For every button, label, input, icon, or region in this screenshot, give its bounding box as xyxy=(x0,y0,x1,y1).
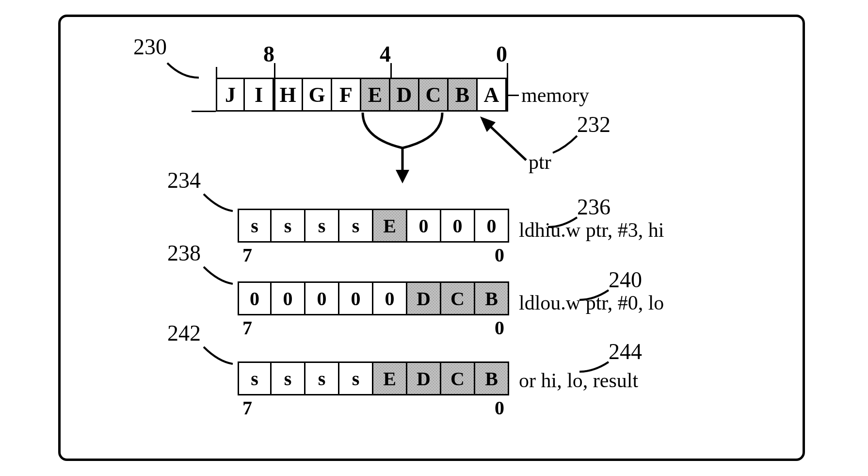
instr-lo: ldlou.w ptr, #0, lo xyxy=(519,291,664,314)
hi-cell-0: 0 xyxy=(475,209,509,243)
mem-cell-7: H xyxy=(274,78,303,112)
hi-cell-4: s xyxy=(339,209,373,243)
ref-244: 244 xyxy=(609,339,642,364)
hi-cell-6: s xyxy=(272,209,305,243)
mem-cell-9: J xyxy=(216,78,245,112)
res-cell-1: C xyxy=(441,361,475,395)
res-cell-7: s xyxy=(238,361,272,395)
lo-idx-left: 7 xyxy=(242,316,252,339)
mem-index-4: 4 xyxy=(380,41,391,67)
lo-cell-6: 0 xyxy=(272,281,305,315)
lo-idx-right: 0 xyxy=(495,316,504,339)
res-idx-left: 7 xyxy=(242,396,252,419)
mem-index-8: 8 xyxy=(263,41,274,67)
reg-lo-row: 0 0 0 0 0 D C B xyxy=(238,281,509,315)
hi-idx-right: 0 xyxy=(495,244,504,266)
lo-cell-1: C xyxy=(441,281,475,315)
hi-cell-5: s xyxy=(305,209,339,243)
ref-238: 238 xyxy=(167,240,201,266)
lo-cell-5: 0 xyxy=(305,281,339,315)
hi-cell-2: 0 xyxy=(407,209,441,243)
hi-cell-3: E xyxy=(373,209,407,243)
lo-cell-7: 0 xyxy=(238,281,272,315)
mem-cell-8: I xyxy=(245,78,274,112)
mem-cell-5: F xyxy=(332,78,361,112)
mem-cell-4: E xyxy=(361,78,390,112)
res-cell-5: s xyxy=(305,361,339,395)
lo-cell-2: D xyxy=(407,281,441,315)
res-idx-right: 0 xyxy=(495,396,504,419)
reg-res-row: s s s s E D C B xyxy=(238,361,509,395)
mem-cell-3: D xyxy=(390,78,419,112)
ref-234: 234 xyxy=(167,167,201,193)
hi-cell-7: s xyxy=(238,209,272,243)
instr-hi: ldhiu.w ptr, #3, hi xyxy=(519,218,664,242)
mem-cell-2: C xyxy=(419,78,449,112)
res-cell-4: s xyxy=(339,361,373,395)
mem-tick-0 xyxy=(507,63,508,112)
res-cell-0: B xyxy=(475,361,509,395)
ref-230: 230 xyxy=(133,34,167,60)
lo-cell-3: 0 xyxy=(373,281,407,315)
hi-idx-left: 7 xyxy=(242,244,252,266)
mem-tick-left xyxy=(216,67,217,78)
mem-cell-0: A xyxy=(478,78,507,112)
mem-left-ext xyxy=(192,111,216,112)
label-ptr: ptr xyxy=(529,150,551,174)
lo-cell-4: 0 xyxy=(339,281,373,315)
mem-index-0: 0 xyxy=(496,41,507,67)
memory-row: J I H G F E D C B A xyxy=(216,78,507,112)
hi-cell-1: 0 xyxy=(441,209,475,243)
ref-232: 232 xyxy=(577,112,611,137)
res-cell-6: s xyxy=(272,361,305,395)
diagram-canvas: 230 8 4 0 J I H G F E D C B A memory ptr xyxy=(0,0,868,476)
ref-242: 242 xyxy=(167,320,201,346)
mem-cell-6: G xyxy=(303,78,332,112)
instr-res: or hi, lo, result xyxy=(519,369,638,392)
lo-cell-0: B xyxy=(475,281,509,315)
res-cell-3: E xyxy=(373,361,407,395)
reg-hi-row: s s s s E 0 0 0 xyxy=(238,209,509,243)
ref-236: 236 xyxy=(577,194,611,220)
res-cell-2: D xyxy=(407,361,441,395)
label-memory: memory xyxy=(521,83,589,107)
mem-right-ext xyxy=(507,95,519,96)
mem-cell-1: B xyxy=(449,78,478,112)
ref-240: 240 xyxy=(609,267,642,293)
